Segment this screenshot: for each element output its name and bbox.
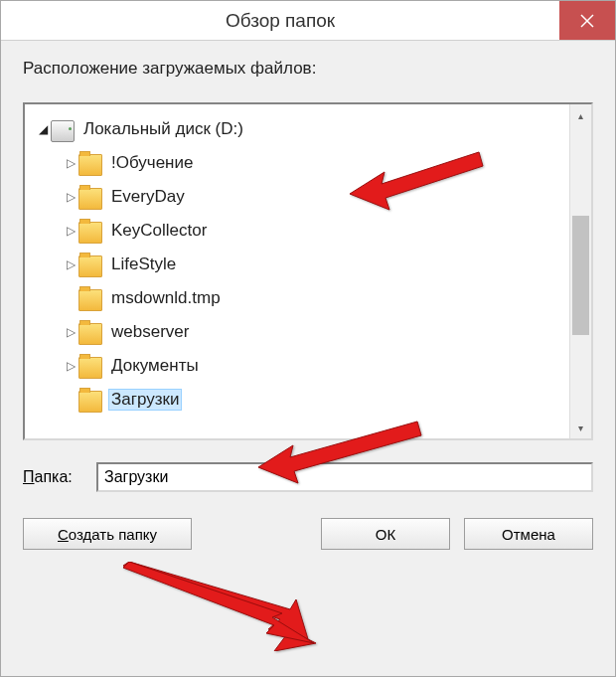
tree-item[interactable]: ▷Документы [57,349,565,383]
tree-item-label: !Обучение [108,152,196,174]
folder-icon [78,255,102,277]
expand-icon[interactable]: ▷ [63,190,78,204]
tree-item[interactable]: ▷LifeStyle [57,248,565,281]
folder-name-input[interactable] [96,462,593,492]
drive-icon [51,120,75,142]
tree-item-label: Загрузки [108,389,182,411]
expand-icon[interactable]: ▷ [63,224,78,238]
confirm-button-group: ОК Отмена [321,518,593,550]
tree-item-label: Документы [108,355,202,377]
prompt-label: Расположение загружаемых файлов: [23,59,593,79]
folder-icon [78,391,102,413]
folder-icon [78,154,102,176]
folder-name-row: Папка: [23,462,593,492]
tree-item-drive-d[interactable]: ◢ Локальный диск (D:) [29,112,565,146]
scroll-track[interactable] [570,126,591,417]
folder-icon [78,289,102,311]
scroll-down-button[interactable]: ▾ [570,417,591,438]
expand-icon[interactable]: ▷ [63,325,78,339]
close-button[interactable] [559,1,615,40]
folder-field-label: Папка: [23,468,84,486]
folder-icon [78,323,102,345]
tree-item[interactable]: ▷webserver [57,315,565,349]
tree-item-label: EveryDay [108,186,188,208]
tree-item-label: webserver [108,321,192,343]
folder-icon [78,222,102,244]
tree-item[interactable]: msdownld.tmp [57,281,565,315]
tree-item-label: Локальный диск (D:) [80,118,246,140]
tree-item[interactable]: Загрузки [57,383,565,417]
folder-icon [78,357,102,379]
tree-item[interactable]: ▷!Обучение [57,146,565,180]
dialog-body: Расположение загружаемых файлов: ◢ Локал… [1,41,615,676]
button-row: Создать папку ОК Отмена [23,518,593,550]
scroll-up-button[interactable]: ▴ [570,104,591,126]
tree-item-label: msdownld.tmp [108,287,224,309]
dialog-title: Обзор папок [1,10,559,32]
ok-button[interactable]: ОК [321,518,450,550]
folder-browse-dialog: Обзор папок Расположение загружаемых фай… [0,0,616,677]
tree-item[interactable]: ▷EveryDay [57,180,565,214]
folder-tree[interactable]: ◢ Локальный диск (D:) ▷!Обучение▷EveryDa… [25,104,569,438]
close-icon [580,14,594,28]
tree-item-label: KeyCollector [108,220,210,242]
tree-scrollbar[interactable]: ▴ ▾ [569,104,591,438]
scroll-thumb[interactable] [572,216,589,335]
expand-icon[interactable]: ▷ [63,359,78,373]
expand-icon[interactable]: ▷ [63,156,78,170]
cancel-button[interactable]: Отмена [464,518,593,550]
tree-item-label: LifeStyle [108,254,179,275]
collapse-icon[interactable]: ◢ [35,122,51,136]
new-folder-button[interactable]: Создать папку [23,518,192,550]
folder-tree-container: ◢ Локальный диск (D:) ▷!Обучение▷EveryDa… [23,102,593,440]
folder-icon [78,188,102,210]
tree-item[interactable]: ▷KeyCollector [57,214,565,248]
expand-icon[interactable]: ▷ [63,257,78,271]
titlebar: Обзор папок [1,1,615,41]
